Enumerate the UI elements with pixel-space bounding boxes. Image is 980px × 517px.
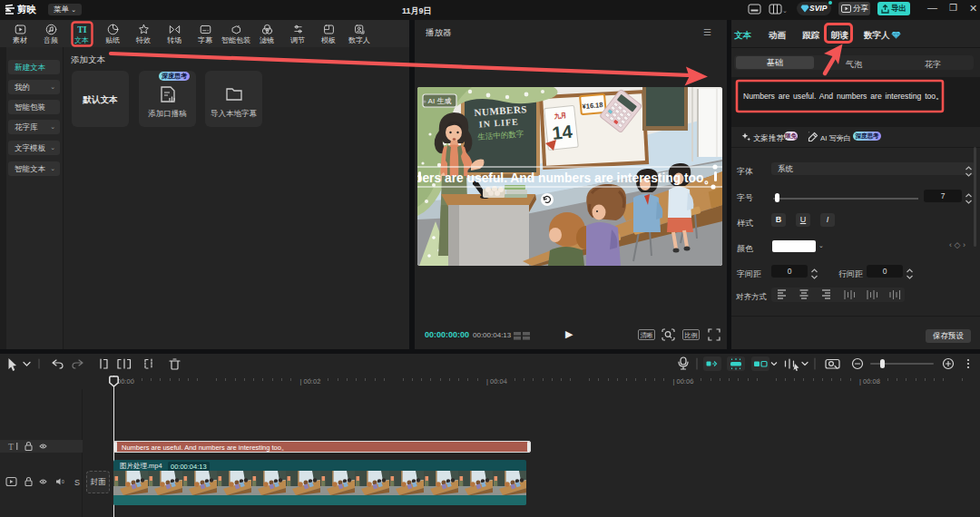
svg-text:14: 14	[551, 122, 573, 143]
svg-text:0: 0	[62, 479, 64, 484]
svg-text:AI 生成: AI 生成	[428, 97, 452, 105]
svg-text:bers are useful. And numbers a: bers are useful. And numbers are interes…	[417, 171, 716, 185]
svg-text:T: T	[8, 442, 14, 452]
svg-text:TI: TI	[77, 24, 87, 34]
svg-text:S: S	[74, 478, 80, 487]
